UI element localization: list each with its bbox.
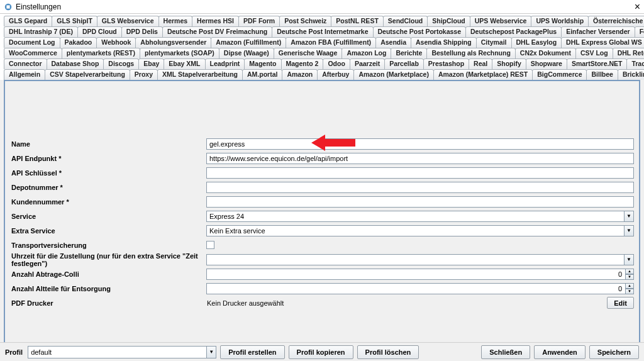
tab-asendia[interactable]: Asendia xyxy=(375,37,411,48)
tab-bestellung-als-rechnung[interactable]: Bestellung als Rechnung xyxy=(426,48,515,58)
spin-up-icon[interactable]: ▲ xyxy=(626,283,634,289)
copy-profile-button[interactable]: Profil kopieren xyxy=(289,345,353,359)
tab-csv-stapelverarbeitung[interactable]: CSV Stapelverarbeitung xyxy=(45,69,130,80)
tab-deutsche-post-dv-freimachung[interactable]: Deutsche Post DV Freimachung xyxy=(162,26,272,37)
tab-fedex-webservice[interactable]: Fedex Webservice xyxy=(635,26,644,37)
tab-deutsche-post-portokasse[interactable]: Deutsche Post Portokasse xyxy=(373,26,466,37)
name-field[interactable] xyxy=(206,138,634,150)
api-endpoint-field[interactable] xyxy=(206,153,634,164)
profile-select[interactable]: default ▼ xyxy=(28,346,216,358)
tab-dhl-intraship-7-de-[interactable]: DHL Intraship 7 (DE) xyxy=(4,26,78,37)
tab-einfacher-versender[interactable]: Einfacher Versender xyxy=(561,26,635,37)
extra-service-select[interactable]: Kein Extra service ▼ xyxy=(206,225,634,236)
tab-woocommerce[interactable]: WooCommerce xyxy=(4,48,62,58)
chevron-down-icon[interactable]: ▼ xyxy=(206,346,216,358)
tab-abholungsversender[interactable]: Abholungsversender xyxy=(135,37,211,48)
tab-amazon-fba-fulfillment-[interactable]: Amazon FBA (Fulfillment) xyxy=(286,37,376,48)
tab-shipcloud[interactable]: ShipCloud xyxy=(427,16,470,26)
tab-document-log[interactable]: Document Log xyxy=(4,37,60,48)
tab-pdf-form[interactable]: PDF Form xyxy=(238,16,280,26)
tab-dipse-waage-[interactable]: Dipse (Waage) xyxy=(219,48,274,58)
tab-gls-gepard[interactable]: GLS Gepard xyxy=(4,16,52,26)
tab-prestashop[interactable]: Prestashop xyxy=(423,58,469,69)
tab-postnl-rest[interactable]: PostNL REST xyxy=(331,16,383,26)
spin-down-icon[interactable]: ▼ xyxy=(626,274,634,280)
tab-amazon-log[interactable]: Amazon Log xyxy=(341,48,391,58)
tab-amazon[interactable]: Amazon xyxy=(282,69,318,80)
edit-printer-button[interactable]: Edit xyxy=(607,297,634,309)
depot-field[interactable] xyxy=(206,182,634,193)
tab-proxy[interactable]: Proxy xyxy=(130,69,158,80)
tab-sendcloud[interactable]: SendCloud xyxy=(383,16,428,26)
spin-down-icon[interactable]: ▼ xyxy=(626,289,634,294)
tab-real[interactable]: Real xyxy=(469,58,492,69)
tab-leadprint[interactable]: Leadprint xyxy=(205,58,245,69)
tab-odoo[interactable]: Odoo xyxy=(323,58,350,69)
tab-database-shop[interactable]: Database Shop xyxy=(47,58,104,69)
tab-berichte[interactable]: Berichte xyxy=(391,48,427,58)
tab-shopware[interactable]: Shopware xyxy=(526,58,567,69)
api-key-field[interactable] xyxy=(206,167,634,179)
service-select[interactable]: Express 24 ▼ xyxy=(206,211,634,222)
tab-plentymarkets-rest-[interactable]: plentymarkets (REST) xyxy=(62,48,140,58)
tab-asendia-shipping[interactable]: Asendia Shipping xyxy=(411,37,477,48)
tab-magento-2[interactable]: Magento 2 xyxy=(281,58,324,69)
tab-amazon-marketplace-rest[interactable]: Amazon (Marketplace) REST xyxy=(433,69,533,80)
tab-webhook[interactable]: Webhook xyxy=(96,37,136,48)
tab-plentymarkets-soap-[interactable]: plentymarkets (SOAP) xyxy=(140,48,219,58)
tab-bricklink[interactable]: Bricklink xyxy=(618,69,644,80)
tab-citymail[interactable]: Citymail xyxy=(476,37,512,48)
tab-am-portal[interactable]: AM.portal xyxy=(242,69,282,80)
tab-bigcommerce[interactable]: BigCommerce xyxy=(532,69,587,80)
tab-parcellab[interactable]: Parcellab xyxy=(384,58,424,69)
tab-gls-webservice[interactable]: GLS Webservice xyxy=(97,16,159,26)
tab-csv-log[interactable]: CSV Log xyxy=(575,48,613,58)
tab-ebay-xml[interactable]: Ebay XML xyxy=(164,58,205,69)
tab-amazon-marketplace-[interactable]: Amazon (Marketplace) xyxy=(353,69,433,80)
transport-insurance-checkbox[interactable] xyxy=(206,241,214,249)
delete-profile-button[interactable]: Profil löschen xyxy=(357,345,419,359)
chevron-down-icon[interactable]: ▼ xyxy=(624,211,634,222)
tab-dhl-retoure[interactable]: DHL Retoure xyxy=(613,48,644,58)
tab-afterbuy[interactable]: Afterbuy xyxy=(317,69,354,80)
customer-field[interactable] xyxy=(206,196,634,208)
create-profile-button[interactable]: Profil erstellen xyxy=(220,345,284,359)
tab-deutschepost-packageplus[interactable]: Deutschepost PackagePlus xyxy=(465,26,562,37)
tab-dpd-delis[interactable]: DPD Delis xyxy=(121,26,163,37)
tab--sterreichische-post[interactable]: Österreichische Post xyxy=(588,16,644,26)
tab-dhl-easylog[interactable]: DHL Easylog xyxy=(511,37,562,48)
tab-discogs[interactable]: Discogs xyxy=(103,58,139,69)
tab-billbee[interactable]: Billbee xyxy=(586,69,618,80)
tab-cn2x-dokument[interactable]: CN2x Dokument xyxy=(515,48,576,58)
apply-button[interactable]: Anwenden xyxy=(534,345,586,359)
tab-xml-stapelverarbeitung[interactable]: XML Stapelverarbeitung xyxy=(157,69,243,80)
tab-smartstore-net[interactable]: SmartStore.NET xyxy=(567,58,628,69)
tab-allgemein[interactable]: Allgemein xyxy=(4,69,45,80)
tab-ups-worldship[interactable]: UPS Worldship xyxy=(531,16,589,26)
close-button[interactable]: Schließen xyxy=(481,345,530,359)
tab-ebay[interactable]: Ebay xyxy=(138,58,164,69)
close-icon[interactable]: × xyxy=(635,3,640,11)
tab-gls-shipit[interactable]: GLS ShipIT xyxy=(52,16,97,26)
tab-hermes[interactable]: Hermes xyxy=(158,16,193,26)
tab-hermes-hsi[interactable]: Hermes HSI xyxy=(192,16,239,26)
tab-magento[interactable]: Magento xyxy=(244,58,281,69)
delivery-time-select[interactable]: ▼ xyxy=(206,254,634,265)
altteile-stepper[interactable]: ▲▼ xyxy=(206,283,634,294)
tab-trackingportal[interactable]: Trackingportal xyxy=(626,58,644,69)
tab-generische-waage[interactable]: Generische Waage xyxy=(274,48,343,58)
save-button[interactable]: Speichern xyxy=(589,345,639,359)
tab-post-schweiz[interactable]: Post Schweiz xyxy=(279,16,331,26)
tab-connector[interactable]: Connector xyxy=(4,58,47,69)
tab-amazon-fulfillment-[interactable]: Amazon (Fulfillment) xyxy=(211,37,286,48)
chevron-down-icon[interactable]: ▼ xyxy=(624,254,634,265)
tab-pakadoo[interactable]: Pakadoo xyxy=(60,37,97,48)
tab-dhl-express-global-ws[interactable]: DHL Express Global WS xyxy=(561,37,644,48)
tab-ups-webservice[interactable]: UPS Webservice xyxy=(470,16,532,26)
tab-dpd-cloud[interactable]: DPD Cloud xyxy=(77,26,122,37)
tab-shopify[interactable]: Shopify xyxy=(492,58,526,69)
chevron-down-icon[interactable]: ▼ xyxy=(624,225,634,236)
tab-paarzeit[interactable]: Paarzeit xyxy=(350,58,385,69)
tab-deutsche-post-internetmarke[interactable]: Deutsche Post Internetmarke xyxy=(272,26,373,37)
abtrage-colli-stepper[interactable]: ▲▼ xyxy=(206,269,634,280)
